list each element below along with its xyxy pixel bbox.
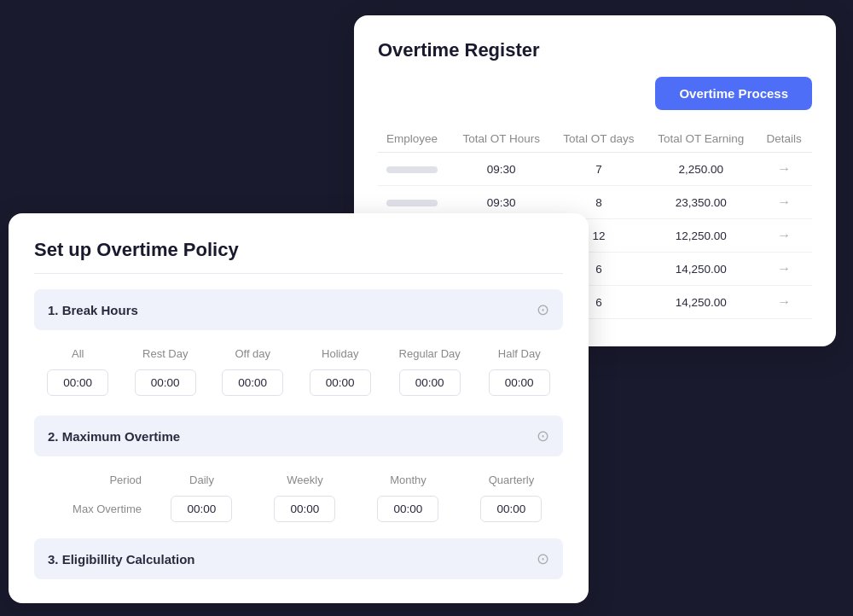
bh-all-input[interactable] [47,369,108,396]
details-arrow-icon[interactable]: → [777,228,791,242]
bh-holiday-input[interactable] [310,369,371,396]
max-overtime-table: Period Daily Weekly Monthy Quarterly Max… [34,468,563,526]
mot-monthly-cell [357,491,460,526]
ot-earning-cell: 14,250.00 [646,253,756,286]
overtime-register-title: Overtime Register [378,39,812,61]
eligibility-section-header[interactable]: 3. Eligibillity Calculation ⊙ [34,538,563,579]
details-cell[interactable]: → [756,253,812,286]
break-hours-collapse-icon: ⊙ [537,300,549,319]
details-arrow-icon[interactable]: → [777,261,791,276]
bh-restday-cell [122,365,210,400]
col-details: Details [756,125,812,153]
ot-earning-cell: 23,350.00 [646,186,756,219]
bh-regularday-cell [384,365,475,400]
mot-daily-cell [150,491,253,526]
eligibility-collapse-icon: ⊙ [537,549,549,568]
details-arrow-icon[interactable]: → [777,161,791,176]
bh-offday-input[interactable] [222,369,283,396]
employee-placeholder [386,166,438,173]
bh-restday-input[interactable] [135,369,196,396]
mot-weekly-input[interactable] [274,496,335,522]
bh-offday-cell [209,365,297,400]
overtime-process-button[interactable]: Overtime Process [655,77,812,110]
mot-weekly-cell [253,491,357,526]
mot-row-label: Max Overtime [34,491,150,526]
mot-col-daily: Daily [150,468,253,491]
mot-col-quarterly: Quarterly [460,468,563,491]
col-total-ot-days: Total OT days [552,125,646,153]
employee-cell [378,153,451,186]
mot-col-weekly: Weekly [253,468,357,491]
mot-quarterly-cell [460,491,563,526]
details-cell[interactable]: → [756,153,812,186]
bh-halfday-cell [475,365,563,400]
break-hours-label: 1. Break Hours [48,303,138,317]
overtime-policy-card: Set up Overtime Policy 1. Break Hours ⊙ … [9,213,589,603]
col-total-ot-hours: Total OT Hours [451,125,552,153]
col-total-ot-earning: Total OT Earning [646,125,756,153]
max-overtime-row: Max Overtime [34,491,563,526]
bh-col-halfday: Half Day [475,342,563,365]
break-hours-table: All Rest Day Off day Holiday Regular Day… [34,342,563,400]
bh-regularday-input[interactable] [399,369,461,396]
max-overtime-collapse-icon: ⊙ [537,427,549,445]
ot-hours-cell: 09:30 [451,153,552,186]
bh-col-restday: Rest Day [122,342,210,365]
bh-col-holiday: Holiday [297,342,385,365]
ot-earning-cell: 2,250.00 [646,153,756,186]
bh-halfday-input[interactable] [489,369,550,396]
bh-col-regularday: Regular Day [384,342,475,365]
ot-earning-cell: 12,250.00 [646,219,756,253]
employee-placeholder [386,200,438,206]
max-overtime-section-header[interactable]: 2. Maximum Overtime ⊙ [34,416,563,456]
mot-col-period: Period [34,468,150,491]
mot-col-monthly: Monthy [357,468,460,491]
break-hours-section-header[interactable]: 1. Break Hours ⊙ [34,289,563,330]
ot-earning-cell: 14,250.00 [646,286,756,319]
details-arrow-icon[interactable]: → [777,294,791,309]
mot-monthly-input[interactable] [377,496,438,522]
ot-days-cell: 7 [552,153,646,186]
mot-quarterly-input[interactable] [480,496,542,522]
col-employee: Employee [378,125,451,153]
details-arrow-icon[interactable]: → [777,195,791,209]
eligibility-section: 3. Eligibillity Calculation ⊙ [34,538,563,579]
bh-all-cell [34,365,122,400]
eligibility-label: 3. Eligibillity Calculation [48,552,195,567]
details-cell[interactable]: → [756,219,812,253]
details-cell[interactable]: → [756,186,812,219]
bh-col-offday: Off day [209,342,297,365]
overtime-policy-title: Set up Overtime Policy [34,239,563,274]
table-row: 09:30 7 2,250.00 → [378,153,812,186]
details-cell[interactable]: → [756,286,812,319]
break-hours-row [34,365,563,400]
bh-col-all: All [34,342,122,365]
mot-daily-input[interactable] [171,496,232,522]
bh-holiday-cell [297,365,385,400]
max-overtime-label: 2. Maximum Overtime [48,429,180,444]
